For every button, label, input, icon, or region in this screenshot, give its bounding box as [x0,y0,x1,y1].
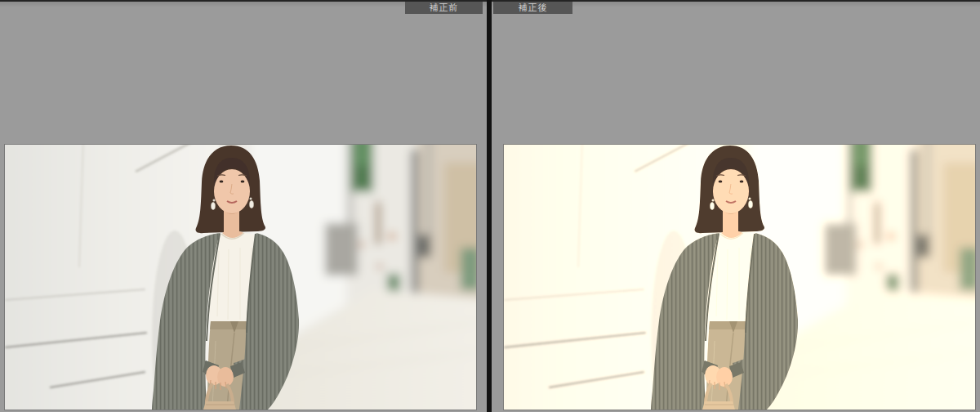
after-view-label: 補正後 [493,2,572,14]
before-view-label: 補正前 [405,2,483,14]
after-photo[interactable] [504,145,975,410]
before-photo[interactable] [5,145,476,410]
pane-divider [487,0,492,412]
